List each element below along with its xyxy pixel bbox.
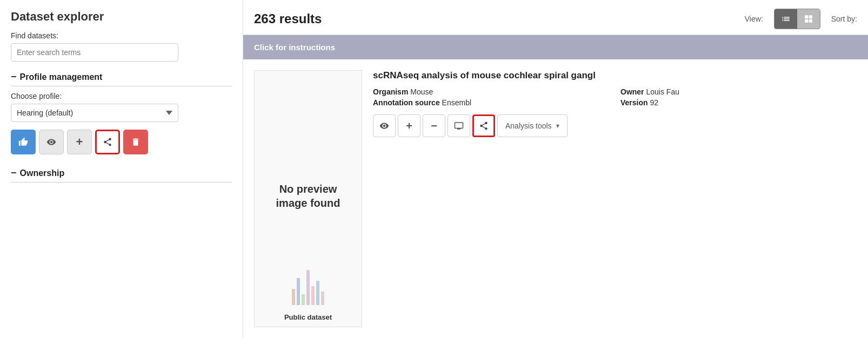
sidebar-title: Dataset explorer xyxy=(11,10,232,24)
organism-value: Mouse xyxy=(410,87,433,96)
sidebar: Dataset explorer Find datasets: − Profil… xyxy=(0,0,243,338)
collapse-profile-icon[interactable]: − xyxy=(11,71,17,83)
find-datasets-label: Find datasets: xyxy=(11,31,232,40)
dataset-share-button[interactable] xyxy=(472,114,495,137)
dataset-monitor-button[interactable] xyxy=(448,114,470,137)
analysis-tools-label: Analysis tools xyxy=(505,121,552,130)
profile-management-label: Profile management xyxy=(20,72,103,82)
organism-item: Organism Mouse xyxy=(373,87,610,96)
thumbs-up-icon xyxy=(18,137,28,147)
meta-grid: Organism Mouse Owner Louis Fau Annotatio… xyxy=(373,87,857,107)
dataset-title: scRNAseq analysis of mouse cochlear spir… xyxy=(373,70,857,81)
owner-label: Owner xyxy=(620,87,644,96)
dataset-minus-icon: − xyxy=(431,120,437,132)
dataset-actions: + − Analysis tools ▾ xyxy=(373,114,857,137)
grid-view-button[interactable] xyxy=(797,9,820,29)
analysis-chevron-icon: ▾ xyxy=(556,122,559,130)
dataset-plus-icon: + xyxy=(406,120,412,132)
ownership-section: − Ownership xyxy=(11,167,232,182)
version-item: Version 92 xyxy=(620,98,857,107)
choose-profile-label: Choose profile: xyxy=(11,92,232,100)
version-value: 92 xyxy=(650,98,658,107)
search-input[interactable] xyxy=(11,43,178,62)
view-toggle xyxy=(774,9,820,29)
eye-button[interactable] xyxy=(39,130,64,154)
profile-action-buttons: + xyxy=(11,130,232,154)
share-button-sidebar[interactable] xyxy=(95,130,120,154)
share-icon-sidebar xyxy=(103,137,112,147)
preview-chart xyxy=(255,270,362,305)
view-label: View: xyxy=(745,15,763,23)
dataset-eye-button[interactable] xyxy=(373,114,396,137)
dataset-monitor-icon xyxy=(454,121,464,131)
profile-select[interactable]: Hearing (default) xyxy=(11,104,178,122)
public-label: Public dataset xyxy=(284,308,332,321)
dataset-eye-icon xyxy=(379,121,389,131)
dataset-area: No preview image found Public dataset sc… xyxy=(243,59,868,338)
analysis-tools-button[interactable]: Analysis tools ▾ xyxy=(497,114,567,137)
results-header: 263 results View: Sort by: xyxy=(243,0,868,35)
add-button[interactable]: + xyxy=(67,130,92,154)
thumbs-up-button[interactable] xyxy=(11,130,36,154)
list-view-icon xyxy=(781,14,791,24)
eye-icon xyxy=(46,137,56,147)
organism-label: Organism xyxy=(373,87,408,96)
annotation-label: Annotation source xyxy=(373,98,440,107)
dataset-minus-button[interactable]: − xyxy=(423,114,445,137)
collapse-ownership-icon[interactable]: − xyxy=(11,167,17,179)
annotation-item: Annotation source Ensembl xyxy=(373,98,610,107)
sort-label: Sort by: xyxy=(831,15,857,23)
dataset-info: scRNAseq analysis of mouse cochlear spir… xyxy=(373,70,857,327)
annotation-value: Ensembl xyxy=(442,98,471,107)
version-label: Version xyxy=(620,98,648,107)
delete-button[interactable] xyxy=(123,130,148,154)
instructions-bar[interactable]: Click for instructions xyxy=(243,35,868,59)
trash-icon xyxy=(131,137,141,147)
dataset-share-icon xyxy=(479,121,489,131)
owner-value: Louis Fau xyxy=(646,87,679,96)
grid-view-icon xyxy=(804,14,813,24)
main-content: 263 results View: Sort by: Click for ins… xyxy=(243,0,868,338)
ownership-label: Ownership xyxy=(20,168,65,178)
results-count: 263 results xyxy=(254,11,734,26)
dataset-add-button[interactable]: + xyxy=(398,114,420,137)
plus-icon: + xyxy=(76,135,83,149)
no-preview-text: No preview image found xyxy=(265,182,351,210)
list-view-button[interactable] xyxy=(774,9,797,29)
owner-item: Owner Louis Fau xyxy=(620,87,857,96)
dataset-preview: No preview image found Public dataset xyxy=(254,70,362,327)
profile-management-section: − Profile management xyxy=(11,71,232,86)
